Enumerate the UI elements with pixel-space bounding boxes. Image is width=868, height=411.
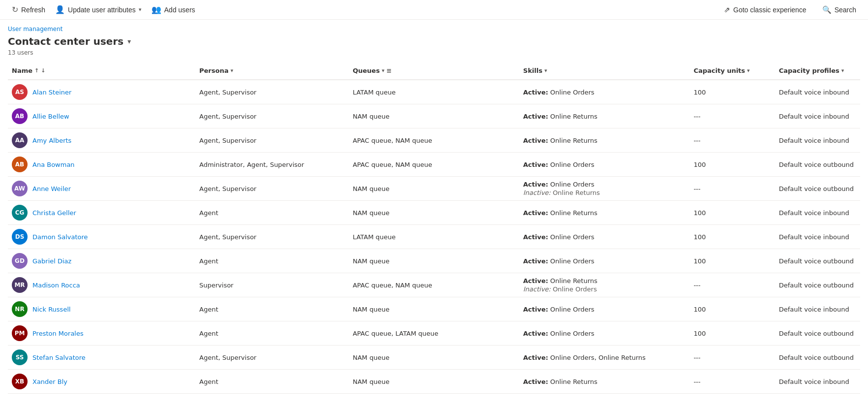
table-row: NR Nick Russell AgentNAM queueActive: On… — [8, 297, 860, 321]
table-row: XB Xander Bly AgentNAM queueActive: Onli… — [8, 370, 860, 394]
capacity-profiles-cell: Default voice outbound — [775, 321, 860, 346]
skill-status: Active: — [523, 233, 548, 241]
queues-chevron-icon[interactable]: ▾ — [382, 67, 385, 74]
user-name-link[interactable]: Ana Bowman — [32, 161, 75, 168]
capacity-profiles-cell: Default voice outbound — [775, 177, 860, 201]
skill-name: Online Returns — [550, 378, 598, 385]
name-cell: MR Madison Rocca — [8, 273, 195, 297]
queues-cell: LATAM queue — [349, 80, 519, 104]
user-name-link[interactable]: Xander Bly — [32, 378, 67, 385]
avatar: NR — [12, 301, 28, 317]
persona-chevron-icon[interactable]: ▾ — [231, 67, 234, 74]
skill-name: Online Orders, Online Returns — [550, 354, 646, 361]
search-button[interactable]: 🔍 Search — [818, 2, 860, 18]
avatar: AB — [12, 157, 28, 172]
avatar: PM — [12, 325, 28, 341]
user-name-link[interactable]: Christa Geller — [32, 209, 76, 217]
name-cell: AS Alan Steiner — [8, 80, 195, 104]
queues-cell: NAM queue — [349, 201, 519, 225]
name-cell: SS Stefan Salvatore — [8, 346, 195, 370]
user-attributes-icon: 👤 — [55, 5, 65, 14]
dropdown-chevron-icon: ▾ — [139, 6, 142, 13]
name-cell: NR Nick Russell — [8, 297, 195, 321]
skills-cell: Active: Online Returns — [519, 370, 690, 394]
name-cell: AB Allie Bellew — [8, 104, 195, 128]
avatar: CG — [12, 205, 28, 221]
persona-cell: Agent — [195, 370, 349, 394]
queues-cell: NAM queue — [349, 346, 519, 370]
skill-name: Online Returns — [553, 189, 600, 196]
persona-cell: Agent, Supervisor — [195, 80, 349, 104]
col-header-capacity-profiles: Capacity profiles ▾ — [775, 62, 860, 80]
skills-chevron-icon[interactable]: ▾ — [544, 67, 547, 74]
table-row: AB Allie Bellew Agent, SupervisorNAM que… — [8, 104, 860, 128]
add-users-button[interactable]: 👥 Add users — [148, 2, 199, 18]
skill-name: Online Orders — [550, 330, 595, 337]
skill-name: Online Returns — [550, 209, 598, 217]
capacity-profiles-cell: Default voice outbound — [775, 346, 860, 370]
queues-cell: APAC queue, NAM queue — [349, 273, 519, 297]
user-name-link[interactable]: Alan Steiner — [32, 89, 71, 96]
skill-status: Active: — [523, 306, 548, 313]
page-title-chevron-icon[interactable]: ▾ — [127, 37, 131, 45]
persona-cell: Agent, Supervisor — [195, 225, 349, 249]
skill-status: Active: — [523, 257, 548, 265]
queues-filter-icon[interactable]: ≡ — [387, 67, 392, 74]
user-name-link[interactable]: Gabriel Diaz — [32, 257, 71, 265]
capacity-profiles-cell: Default voice inbound — [775, 104, 860, 128]
capacity-units-cell: --- — [689, 346, 775, 370]
col-capacity-units-label: Capacity units — [693, 67, 745, 74]
skill-status: Active: — [523, 89, 548, 96]
capacity-units-cell: --- — [689, 273, 775, 297]
capacity-units-cell: --- — [689, 128, 775, 153]
queues-cell: LATAM queue — [349, 225, 519, 249]
table-row: AB Ana Bowman Administrator, Agent, Supe… — [8, 153, 860, 177]
persona-cell: Agent, Supervisor — [195, 346, 349, 370]
goto-classic-button[interactable]: ⇗ Goto classic experience — [720, 2, 810, 18]
capacity-units-chevron-icon[interactable]: ▾ — [747, 67, 750, 74]
queues-cell: APAC queue, NAM queue — [349, 153, 519, 177]
user-name-link[interactable]: Anne Weiler — [32, 185, 71, 192]
user-name-link[interactable]: Madison Rocca — [32, 282, 80, 289]
table-row: DS Damon Salvatore Agent, SupervisorLATA… — [8, 225, 860, 249]
add-label: Add users — [164, 6, 195, 14]
avatar: XB — [12, 374, 28, 389]
skill-name: Online Orders — [550, 161, 595, 168]
skills-cell: Active: Online ReturnsInactive: Online O… — [519, 273, 690, 297]
name-sort-down-icon[interactable]: ↓ — [41, 67, 45, 74]
goto-classic-label: Goto classic experience — [733, 6, 807, 14]
user-name-link[interactable]: Allie Bellew — [32, 113, 69, 120]
user-name-link[interactable]: Amy Alberts — [32, 137, 71, 144]
capacity-profiles-chevron-icon[interactable]: ▾ — [841, 67, 844, 74]
capacity-units-cell: --- — [689, 370, 775, 394]
table-row: PM Preston Morales AgentAPAC queue, LATA… — [8, 321, 860, 346]
persona-cell: Agent — [195, 201, 349, 225]
persona-cell: Agent — [195, 321, 349, 346]
name-sort-up-icon[interactable]: ↑ — [34, 67, 39, 74]
table-row: GD Gabriel Diaz AgentNAM queueActive: On… — [8, 249, 860, 273]
col-queues-label: Queues — [353, 67, 380, 74]
skill-status: Inactive: — [523, 189, 551, 196]
capacity-units-cell: 100 — [689, 201, 775, 225]
persona-cell: Agent — [195, 297, 349, 321]
avatar: AS — [12, 84, 28, 100]
user-name-link[interactable]: Nick Russell — [32, 306, 71, 313]
user-name-link[interactable]: Stefan Salvatore — [32, 354, 86, 361]
skill-name: Online Orders — [550, 306, 595, 313]
skills-cell: Active: Online Orders — [519, 249, 690, 273]
skill-name: Online Orders — [550, 233, 595, 241]
persona-cell: Supervisor — [195, 273, 349, 297]
name-cell: DS Damon Salvatore — [8, 225, 195, 249]
capacity-profiles-cell: Default voice inbound — [775, 297, 860, 321]
user-name-link[interactable]: Damon Salvatore — [32, 233, 88, 241]
update-user-attributes-button[interactable]: 👤 Update user attributes ▾ — [51, 2, 146, 18]
name-cell: AB Ana Bowman — [8, 153, 195, 177]
capacity-units-cell: 100 — [689, 297, 775, 321]
refresh-button[interactable]: ↻ Refresh — [8, 2, 49, 18]
skill-name: Online Orders — [553, 285, 597, 293]
name-cell: CG Christa Geller — [8, 201, 195, 225]
page-title-row: Contact center users ▾ — [8, 35, 860, 47]
table-row: CG Christa Geller AgentNAM queueActive: … — [8, 201, 860, 225]
breadcrumb[interactable]: User management — [8, 26, 860, 32]
user-name-link[interactable]: Preston Morales — [32, 330, 84, 337]
